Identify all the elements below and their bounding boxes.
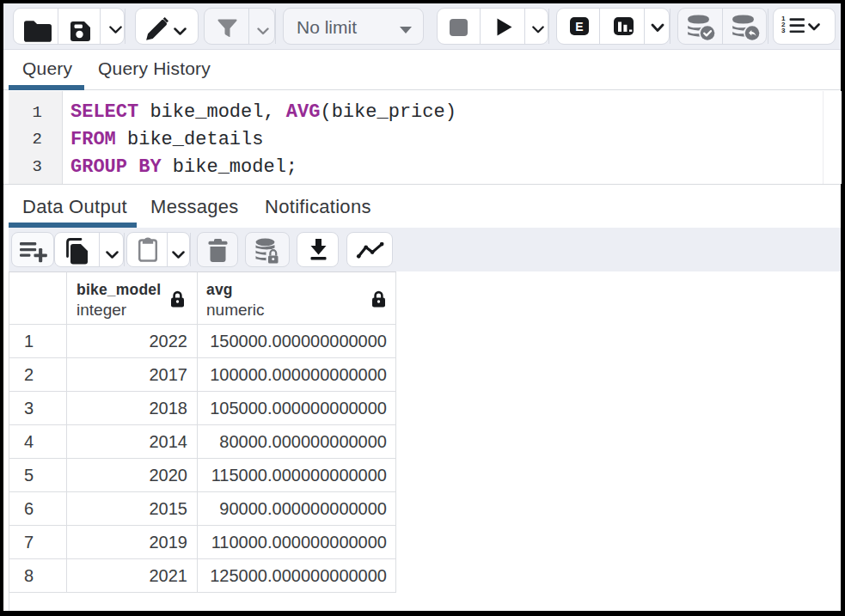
svg-text:E: E: [575, 20, 583, 34]
